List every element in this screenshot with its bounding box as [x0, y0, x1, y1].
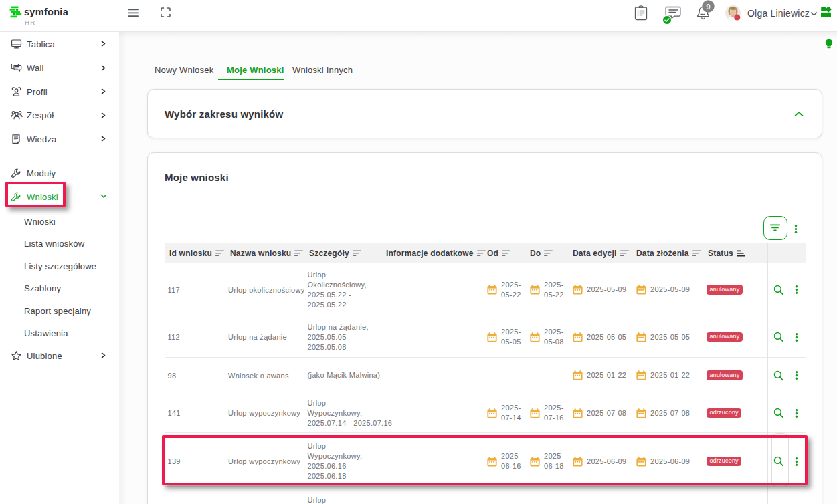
- svg-text:9: 9: [706, 3, 710, 11]
